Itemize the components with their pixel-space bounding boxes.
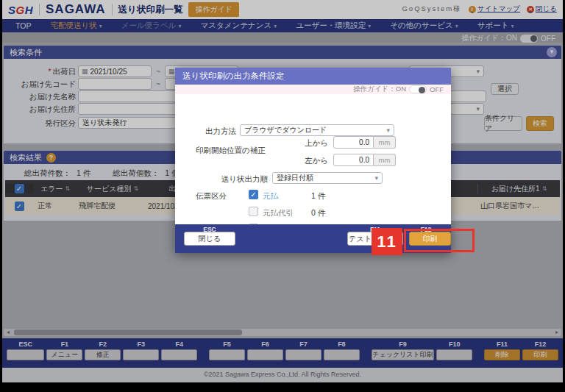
toggle-knob-icon bbox=[419, 87, 425, 93]
modal-guide-toggle-switch[interactable] bbox=[409, 85, 427, 93]
modal-guide-off-label: OFF bbox=[430, 85, 444, 93]
slip-type-motobarai-count: 1 件 bbox=[311, 191, 325, 202]
modal-title: 送り状印刷の出力条件設定 bbox=[175, 68, 451, 85]
print-conditions-modal: 送り状印刷の出力条件設定 操作ガイド：ON OFF 出力方法 ブラウザでダウンロ… bbox=[175, 68, 451, 253]
slip-type-motobarai-label: 元払 bbox=[263, 191, 278, 202]
from-top-input-group: 0.0 mm bbox=[333, 136, 396, 149]
step-number-annotation: 11 bbox=[372, 228, 402, 255]
modal-close-button[interactable]: 閉じる bbox=[184, 232, 235, 246]
slip-type-daibiki-checkbox[interactable] bbox=[249, 207, 258, 216]
from-left-unit: mm bbox=[374, 154, 396, 166]
from-left-input-group: 0.0 mm bbox=[333, 154, 396, 166]
slip-type-daibiki-count: 0 件 bbox=[311, 208, 325, 218]
from-top-unit: mm bbox=[374, 136, 396, 149]
bottom-black-bar bbox=[0, 382, 565, 392]
print-offset-label: 印刷開始位置の補正 bbox=[196, 146, 266, 156]
modal-guide-toggle-row: 操作ガイド：ON OFF bbox=[175, 85, 451, 94]
output-order-label: 送り状出力順 bbox=[210, 174, 268, 185]
slip-type-daibiki-label: 元払代引 bbox=[263, 208, 294, 218]
app-window: SGH SAGAWA 送り状印刷一覧 操作ガイド GoQSystem様 i サイ… bbox=[2, 0, 563, 382]
output-order-select[interactable]: 登録日付順▾ bbox=[272, 172, 383, 184]
from-top-label: 上から bbox=[299, 138, 328, 149]
from-top-input[interactable]: 0.0 bbox=[333, 136, 374, 149]
modal-guide-label: 操作ガイド：ON bbox=[353, 85, 406, 94]
chevron-down-icon: ▾ bbox=[386, 126, 390, 134]
slip-type-label: 伝票区分 bbox=[196, 191, 227, 202]
modal-body: 出力方法 ブラウザでダウンロード▾ 印刷開始位置の補正 上から 0.0 mm 左… bbox=[175, 94, 451, 224]
from-left-label: 左から bbox=[299, 156, 328, 166]
highlight-rectangle-annotation bbox=[404, 229, 475, 252]
from-left-input[interactable]: 0.0 bbox=[333, 154, 374, 166]
output-method-label: 出力方法 bbox=[199, 126, 236, 137]
output-method-select[interactable]: ブラウザでダウンロード▾ bbox=[240, 124, 394, 136]
slip-type-motobarai-checkbox[interactable]: ✓ bbox=[249, 190, 258, 199]
chevron-down-icon: ▾ bbox=[374, 174, 378, 182]
